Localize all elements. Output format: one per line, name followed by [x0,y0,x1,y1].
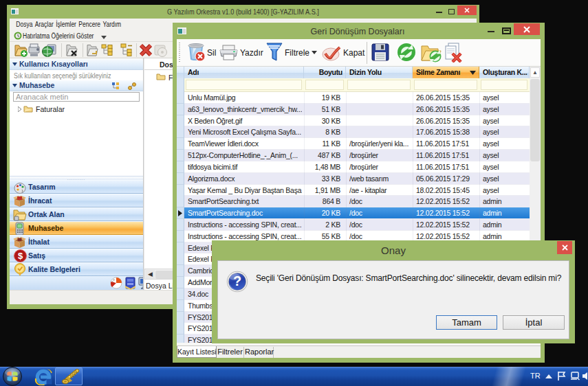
svg-text:$: $ [18,251,23,261]
svg-text:?: ? [233,273,241,288]
